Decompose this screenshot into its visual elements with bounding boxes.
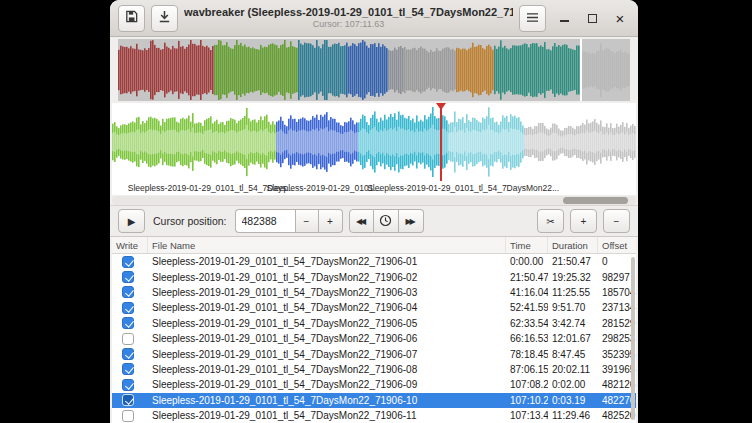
headerbar: wavbreaker (Sleepless-2019-01-29_0101_tl… [110, 0, 638, 37]
add-icon: + [581, 216, 587, 227]
write-checkbox[interactable] [122, 256, 134, 268]
time-cell: 21:50.47 [506, 272, 548, 283]
cursor-position-input[interactable] [235, 209, 295, 233]
duration-cell: 0:02.00 [548, 379, 598, 390]
duration-cell: 11:29.46 [548, 410, 598, 421]
minus-icon: − [304, 216, 310, 227]
write-parts-button[interactable] [118, 5, 145, 32]
jump-to-time-button[interactable] [374, 209, 399, 233]
time-cell: 62:33.54 [506, 318, 548, 329]
file-name-cell: Sleepless-2019-01-29_0101_tl_54_7DaysMon… [148, 302, 506, 313]
open-file-button[interactable] [151, 5, 178, 32]
write-cell [112, 410, 148, 422]
track-name-label: Sleepless-2019-01-29_0101_tl_54_7DaysMon… [367, 183, 559, 193]
write-checkbox[interactable] [122, 286, 134, 298]
table-header-row: Write File Name Time Duration Offset [112, 237, 636, 254]
table-row[interactable]: Sleepless-2019-01-29_0101_tl_54_7DaysMon… [112, 269, 636, 284]
write-checkbox[interactable] [122, 379, 134, 391]
write-cell [112, 348, 148, 360]
time-cell: 52:41.59 [506, 302, 548, 313]
waveform-hscrollbar[interactable] [112, 196, 636, 205]
time-cell: 66:16.53 [506, 333, 548, 344]
minimize-button[interactable] [554, 8, 574, 28]
cursor-marker-icon [436, 103, 446, 110]
file-name-cell: Sleepless-2019-01-29_0101_tl_54_7DaysMon… [148, 395, 506, 406]
write-cell [112, 317, 148, 329]
seek-forward-button[interactable]: ▶▶ [399, 209, 424, 233]
titlebar-text: wavbreaker (Sleepless-2019-01-29_0101_tl… [184, 6, 513, 30]
track-table-body: Sleepless-2019-01-29_0101_tl_54_7DaysMon… [112, 254, 636, 423]
zoom-waveform[interactable]: Sleepless-2019-01-29_0101_tl_54_7Days...… [112, 103, 636, 195]
overview-waveform[interactable] [118, 39, 630, 101]
duration-cell: 9:51.70 [548, 302, 598, 313]
spin-increment-button[interactable]: + [319, 209, 343, 233]
header-offset[interactable]: Offset [598, 237, 636, 253]
table-row[interactable]: Sleepless-2019-01-29_0101_tl_54_7DaysMon… [112, 377, 636, 392]
seek-backward-button[interactable]: ◀◀ [349, 209, 374, 233]
overview-wave-canvas [118, 39, 630, 101]
duration-cell: 21:50.47 [548, 256, 598, 267]
file-name-cell: Sleepless-2019-01-29_0101_tl_54_7DaysMon… [148, 318, 506, 329]
maximize-icon [588, 14, 597, 23]
write-checkbox[interactable] [122, 317, 134, 329]
play-button[interactable]: ▶ [118, 209, 145, 233]
close-icon: × [616, 11, 625, 26]
write-checkbox[interactable] [122, 302, 134, 314]
duration-cell: 11:25.55 [548, 287, 598, 298]
file-name-cell: Sleepless-2019-01-29_0101_tl_54_7DaysMon… [148, 410, 506, 421]
table-row[interactable]: Sleepless-2019-01-29_0101_tl_54_7DaysMon… [112, 254, 636, 269]
write-checkbox[interactable] [122, 363, 134, 375]
download-arrow-icon [157, 9, 172, 28]
write-cell [112, 333, 148, 345]
write-checkbox[interactable] [122, 333, 134, 345]
maximize-button[interactable] [582, 8, 602, 28]
table-row[interactable]: Sleepless-2019-01-29_0101_tl_54_7DaysMon… [112, 300, 636, 315]
write-checkbox[interactable] [122, 271, 134, 283]
clock-icon [379, 214, 392, 229]
hscrollbar-thumb[interactable] [563, 197, 629, 204]
time-cell: 107:10.26 [506, 395, 548, 406]
toolbar: ▶ Cursor position: − + ◀◀ ▶▶ ✂ + − [110, 205, 638, 237]
auto-split-button[interactable]: ✂ [537, 209, 564, 233]
header-time[interactable]: Time [506, 237, 548, 253]
seek-forward-icon: ▶▶ [405, 217, 415, 226]
time-cell: 107:08.26 [506, 379, 548, 390]
write-checkbox[interactable] [122, 394, 134, 406]
file-name-cell: Sleepless-2019-01-29_0101_tl_54_7DaysMon… [148, 287, 506, 298]
remove-icon: − [614, 216, 620, 227]
menu-button[interactable] [519, 5, 546, 32]
vscrollbar-thumb[interactable] [631, 257, 635, 419]
table-row[interactable]: Sleepless-2019-01-29_0101_tl_54_7DaysMon… [112, 408, 636, 423]
spin-decrement-button[interactable]: − [295, 209, 319, 233]
table-row[interactable]: Sleepless-2019-01-29_0101_tl_54_7DaysMon… [112, 362, 636, 377]
save-disk-icon [124, 9, 139, 28]
write-cell [112, 302, 148, 314]
cursor-position-spinbox: − + [235, 209, 343, 233]
file-name-cell: Sleepless-2019-01-29_0101_tl_54_7DaysMon… [148, 349, 506, 360]
table-row[interactable]: Sleepless-2019-01-29_0101_tl_54_7DaysMon… [112, 331, 636, 346]
header-duration[interactable]: Duration [548, 237, 598, 253]
add-break-button[interactable]: + [570, 209, 597, 233]
table-row[interactable]: Sleepless-2019-01-29_0101_tl_54_7DaysMon… [112, 346, 636, 361]
write-cell [112, 256, 148, 268]
header-file-name[interactable]: File Name [148, 237, 506, 253]
header-write[interactable]: Write [112, 237, 148, 253]
seek-button-group: ◀◀ ▶▶ [349, 209, 424, 233]
cursor-status: Cursor: 107:11.63 [184, 19, 513, 30]
minimize-icon [560, 20, 569, 22]
track-name-label: Sleepless-2019-01-29_0101... [267, 183, 381, 193]
seek-backward-icon: ◀◀ [356, 217, 366, 226]
write-checkbox[interactable] [122, 410, 134, 422]
table-row[interactable]: Sleepless-2019-01-29_0101_tl_54_7DaysMon… [112, 316, 636, 331]
duration-cell: 3:42.74 [548, 318, 598, 329]
write-cell [112, 379, 148, 391]
remove-break-button[interactable]: − [603, 209, 630, 233]
duration-cell: 8:47.45 [548, 349, 598, 360]
duration-cell: 19:25.32 [548, 272, 598, 283]
table-row[interactable]: Sleepless-2019-01-29_0101_tl_54_7DaysMon… [112, 393, 636, 408]
table-row[interactable]: Sleepless-2019-01-29_0101_tl_54_7DaysMon… [112, 285, 636, 300]
table-vscrollbar[interactable] [631, 254, 636, 423]
write-checkbox[interactable] [122, 348, 134, 360]
write-cell [112, 271, 148, 283]
close-button[interactable]: × [610, 8, 630, 28]
